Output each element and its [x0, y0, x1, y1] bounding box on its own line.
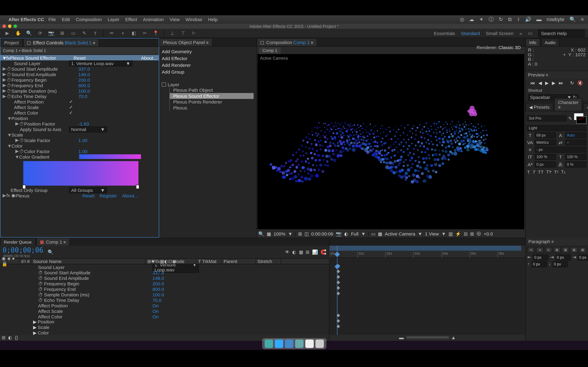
reset-button[interactable]: Reset — [73, 55, 86, 60]
search-timeline-icon[interactable]: 🔍 — [48, 249, 54, 255]
tab-next[interactable]: » — [583, 103, 588, 111]
tab-project[interactable]: Project — [0, 39, 23, 47]
status-bluetooth-icon[interactable]: ᚼ — [517, 17, 520, 23]
roto-tool-icon[interactable]: ✂ — [141, 29, 149, 37]
resolution-dropdown[interactable]: Full — [351, 231, 358, 236]
tab-plexus-object[interactable]: Plexus Object Panel ≡ — [159, 38, 213, 46]
effect-only-dropdown[interactable]: All Groups▼ — [69, 187, 107, 193]
gradient-bar[interactable] — [79, 154, 141, 159]
dock-app-trash[interactable] — [315, 340, 324, 348]
workspace-small-screen[interactable]: Small Screen — [486, 31, 514, 36]
brush-tool-icon[interactable]: ✏ — [108, 29, 116, 37]
tree-points-renderer[interactable]: Plexus Points Renderer — [169, 99, 254, 105]
playhead[interactable] — [337, 246, 337, 258]
gradient-stop-right[interactable] — [136, 185, 139, 189]
zoom-slider[interactable] — [406, 336, 449, 339]
timeline-icon[interactable]: ⊟ — [464, 231, 468, 237]
plexus-effect-row[interactable]: ▶fx ◉ Plexus Reset Register About... — [0, 193, 159, 198]
add-renderer-button[interactable]: Add Renderer — [162, 62, 254, 68]
apply-axis-dropdown[interactable]: Normal▼ — [69, 126, 107, 132]
mask-icon[interactable]: ◫ — [304, 231, 309, 237]
dock-app-finder[interactable] — [305, 340, 313, 348]
prop-value[interactable]: 337.0 — [78, 66, 90, 71]
rotate-tool-icon[interactable]: ⟳ — [36, 29, 44, 37]
safe-zones-icon[interactable]: ⊞ — [298, 231, 302, 237]
channel-icon[interactable]: ◐ — [344, 231, 348, 237]
pixel-aspect-icon[interactable]: ▥ — [449, 231, 453, 237]
exposure-value[interactable]: +0.0 — [484, 231, 493, 236]
toggle-modes-icon[interactable]: ◐ — [8, 335, 12, 341]
first-frame-icon[interactable]: ⏮ — [530, 80, 535, 86]
toggle-switches-icon[interactable]: ⊞ — [2, 335, 6, 341]
indent-left-input[interactable] — [533, 255, 548, 261]
faux-italic-icon[interactable]: T — [533, 169, 536, 174]
tab-effect-controls[interactable]: Effect Controls Black Solid 1 ≡ — [23, 39, 99, 47]
viewer-time[interactable]: 0:00:00:06 — [311, 231, 333, 236]
align-left-icon[interactable]: ≡ — [527, 247, 535, 253]
status-refresh-icon[interactable]: ↻ — [499, 17, 503, 23]
zoom-out-icon[interactable]: ▬ — [399, 335, 404, 341]
font-dropdown[interactable]: Sol Pro — [527, 116, 566, 121]
panbehind-tool-icon[interactable]: ⊞ — [59, 29, 66, 37]
status-user[interactable]: rowbyte — [546, 17, 564, 23]
gradient-preview[interactable] — [23, 161, 138, 185]
fast-preview-icon[interactable]: ⚡ — [455, 231, 461, 237]
zoom-in-icon[interactable]: ▲ — [451, 335, 456, 341]
dock-app-c4d[interactable] — [295, 340, 303, 348]
clone-tool-icon[interactable]: ⌖ — [119, 29, 127, 37]
subscript-icon[interactable]: T₁ — [561, 169, 566, 175]
camera-dropdown[interactable]: Active Camera — [385, 231, 415, 236]
last-frame-icon[interactable]: ⏭ — [559, 80, 563, 86]
add-geometry-button[interactable]: Add Geometry — [162, 48, 254, 55]
workspace-more-icon[interactable]: » — [519, 31, 522, 36]
smallcaps-icon[interactable]: Tᴛ — [546, 169, 552, 175]
search-help-input[interactable]: Search Help — [538, 29, 585, 37]
indent-right-input[interactable] — [578, 255, 588, 261]
status-info-icon[interactable]: ⓘ — [489, 16, 494, 23]
menu-list-icon[interactable]: ≡ — [581, 17, 584, 23]
superscript-icon[interactable]: T¹ — [554, 169, 558, 174]
composition-viewer[interactable]: Active Camera — [257, 54, 524, 229]
zoom-tool-icon[interactable]: 🔍 — [26, 29, 33, 37]
status-cc-icon[interactable]: ✶ — [479, 17, 484, 23]
status-volume-icon[interactable]: 🔊 — [525, 17, 531, 23]
mac-dock[interactable] — [262, 338, 326, 349]
menu-effect[interactable]: Effect — [125, 17, 137, 22]
workspace-standard[interactable]: Standard — [461, 31, 480, 36]
toggle-brackets-icon[interactable]: {} — [15, 335, 18, 341]
prev-frame-icon[interactable]: ◀ — [538, 80, 542, 86]
status-wifi-icon[interactable]: ⧉ — [508, 17, 512, 23]
tab-info[interactable]: Info — [525, 39, 540, 46]
transparency-icon[interactable]: ▦ — [378, 231, 382, 237]
lock-icon[interactable] — [27, 42, 31, 45]
rect-tool-icon[interactable]: ▭ — [69, 29, 77, 37]
dock-app-mail[interactable] — [264, 340, 273, 348]
align-center-icon[interactable]: ≡ — [536, 247, 544, 253]
puppet-tool-icon[interactable]: 📍 — [152, 29, 160, 37]
eraser-tool-icon[interactable]: ◧ — [130, 29, 138, 37]
space-before-input[interactable] — [531, 261, 547, 267]
hand-tool-icon[interactable]: ✋ — [14, 29, 22, 37]
local-axis-icon[interactable]: ⊥ — [168, 29, 176, 37]
roi-icon[interactable]: ▭ — [371, 231, 375, 237]
renderer-label[interactable]: Renderer: Classic 3D — [477, 45, 521, 50]
menu-view[interactable]: View — [170, 17, 180, 22]
minimize-window-icon[interactable] — [8, 25, 11, 28]
status-flag-icon[interactable]: ▬ — [536, 17, 541, 23]
camera-tool-icon[interactable]: 📷 — [47, 29, 55, 37]
loop-icon[interactable]: ↻ — [570, 80, 574, 86]
reset-exposure-icon[interactable]: ⦿ — [476, 231, 481, 236]
justify-all-icon[interactable]: ≣ — [579, 247, 587, 253]
dock-app-ae[interactable] — [285, 340, 293, 348]
justify-last-right-icon[interactable]: ≣ — [571, 247, 578, 253]
checkbox[interactable]: ✓ — [69, 99, 73, 104]
comp-mini-tab[interactable]: Comp 1 — [259, 47, 281, 54]
status-sync-icon[interactable]: ◎ — [460, 17, 464, 23]
timecode-display[interactable]: 0;00;00;06 — [3, 246, 43, 254]
time-ruler[interactable]: |0s 01s 02s 03s 04s 05s 06s — [329, 246, 525, 258]
sound-layer-dropdown[interactable]: 1. Venture Loop.wav▼ — [69, 60, 133, 66]
status-cloud-icon[interactable]: ☁ — [469, 17, 474, 23]
tl-moblur-icon[interactable]: ⊞ — [306, 249, 310, 255]
gradient-stop-left[interactable] — [23, 185, 26, 189]
add-group-button[interactable]: Add Group — [162, 68, 254, 75]
